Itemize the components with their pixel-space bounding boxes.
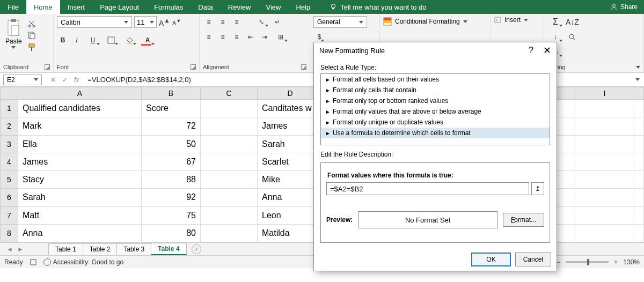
copy-icon[interactable] bbox=[27, 31, 36, 40]
row-header[interactable]: 6 bbox=[0, 189, 18, 206]
cut-icon[interactable] bbox=[27, 19, 36, 28]
zoom-level[interactable]: 130% bbox=[623, 258, 640, 266]
share-button[interactable]: Share bbox=[610, 0, 638, 14]
tab-view[interactable]: View bbox=[258, 0, 288, 14]
col-header[interactable]: I bbox=[575, 87, 634, 100]
cell[interactable] bbox=[634, 117, 644, 135]
align-bottom-icon[interactable]: ≡ bbox=[231, 16, 243, 28]
cell[interactable]: Qualified candidates bbox=[18, 100, 142, 117]
rule-type-item[interactable]: ►Format only top or bottom ranked values bbox=[321, 95, 550, 106]
cell[interactable] bbox=[201, 100, 258, 117]
row-header[interactable]: 4 bbox=[0, 153, 18, 171]
col-header[interactable] bbox=[634, 87, 644, 100]
align-right-icon[interactable]: ≡ bbox=[231, 31, 243, 43]
align-middle-icon[interactable]: ≡ bbox=[217, 16, 229, 28]
italic-button[interactable]: I bbox=[71, 34, 83, 46]
cell[interactable]: 67 bbox=[142, 153, 201, 171]
font-size-dropdown[interactable]: 11 bbox=[134, 16, 157, 28]
cell[interactable] bbox=[201, 207, 258, 225]
cell[interactable] bbox=[575, 171, 634, 189]
dialog-launcher-icon[interactable] bbox=[301, 64, 306, 70]
align-top-icon[interactable]: ≡ bbox=[203, 16, 215, 28]
autosum-button[interactable]: Σ bbox=[547, 16, 564, 28]
cell[interactable] bbox=[634, 153, 644, 171]
align-left-icon[interactable]: ≡ bbox=[203, 31, 215, 43]
cell[interactable]: 75 bbox=[142, 207, 201, 225]
merge-center-icon[interactable]: ⊞ bbox=[273, 31, 289, 43]
cell[interactable] bbox=[201, 117, 258, 135]
expand-formula-bar-icon[interactable] bbox=[635, 78, 640, 81]
cell[interactable] bbox=[575, 153, 634, 171]
cell[interactable]: Stacy bbox=[18, 171, 142, 189]
tab-data[interactable]: Data bbox=[191, 0, 220, 14]
ok-button[interactable]: OK bbox=[471, 253, 510, 266]
paste-button[interactable]: Paste bbox=[3, 16, 24, 51]
chevron-down-icon[interactable] bbox=[636, 66, 640, 69]
fill-button[interactable]: ↓ bbox=[547, 31, 564, 43]
row-header[interactable]: 5 bbox=[0, 171, 18, 189]
row-header[interactable]: 7 bbox=[0, 207, 18, 225]
dialog-launcher-icon[interactable] bbox=[191, 64, 196, 70]
fill-color-button[interactable] bbox=[121, 34, 137, 46]
rule-type-item[interactable]: ►Format only cells that contain bbox=[321, 85, 550, 95]
tell-me-search[interactable]: Tell me what you want to do bbox=[322, 0, 434, 14]
collapse-dialog-icon[interactable]: ↥ bbox=[531, 182, 544, 195]
decrease-indent-icon[interactable]: ⇤ bbox=[245, 31, 257, 43]
tab-help[interactable]: Help bbox=[288, 0, 318, 14]
row-header[interactable]: 1 bbox=[0, 100, 18, 117]
cell[interactable]: 80 bbox=[142, 225, 201, 242]
zoom-slider[interactable] bbox=[566, 261, 609, 263]
add-sheet-button[interactable]: + bbox=[192, 244, 201, 254]
next-sheet-icon[interactable]: ► bbox=[17, 246, 24, 253]
cell[interactable]: 72 bbox=[142, 117, 201, 135]
cell[interactable]: Ella bbox=[18, 136, 142, 153]
cell[interactable]: Matt bbox=[18, 207, 142, 225]
close-button[interactable]: ✕ bbox=[543, 44, 551, 56]
insert-cells-button[interactable]: + Insert bbox=[494, 16, 528, 24]
rule-type-item[interactable]: ►Format only values that are above or be… bbox=[321, 106, 550, 117]
sheet-tab[interactable]: Table 1 bbox=[48, 243, 83, 255]
cell[interactable]: 88 bbox=[142, 171, 201, 189]
prev-sheet-icon[interactable]: ◄ bbox=[6, 246, 13, 253]
cell[interactable] bbox=[634, 100, 644, 117]
cell[interactable]: Mark bbox=[18, 117, 142, 135]
cell[interactable] bbox=[634, 171, 644, 189]
rule-type-item[interactable]: ►Use a formula to determine which cells … bbox=[321, 128, 550, 138]
border-button[interactable] bbox=[103, 34, 119, 46]
accessibility-status[interactable]: Accessibility: Good to go bbox=[43, 258, 123, 266]
conditional-formatting-button[interactable]: Conditional Formatting bbox=[383, 17, 467, 26]
cell[interactable] bbox=[201, 171, 258, 189]
help-button[interactable]: ? bbox=[529, 46, 533, 55]
underline-button[interactable]: U bbox=[85, 34, 101, 46]
wrap-text-icon[interactable]: ↵ bbox=[272, 16, 283, 28]
currency-icon[interactable]: $ bbox=[313, 31, 325, 43]
sort-filter-button[interactable]: A↓Z bbox=[566, 16, 579, 28]
col-header[interactable]: C bbox=[201, 87, 258, 100]
name-box[interactable]: E2 bbox=[3, 75, 42, 85]
rule-type-item[interactable]: ►Format only unique or duplicate values bbox=[321, 117, 550, 128]
font-color-button[interactable]: A bbox=[140, 34, 156, 46]
find-select-button[interactable] bbox=[566, 31, 579, 43]
cell[interactable] bbox=[201, 225, 258, 242]
cell[interactable]: Sarah bbox=[18, 189, 142, 206]
tab-page-layout[interactable]: Page Layout bbox=[92, 0, 147, 14]
cell[interactable] bbox=[634, 136, 644, 153]
format-button[interactable]: Format... bbox=[503, 213, 544, 227]
cell[interactable] bbox=[201, 136, 258, 153]
macro-record-icon[interactable] bbox=[30, 258, 37, 266]
select-all-corner[interactable] bbox=[0, 87, 18, 100]
cell[interactable] bbox=[201, 189, 258, 206]
cell[interactable] bbox=[575, 100, 634, 117]
cell[interactable] bbox=[634, 225, 644, 242]
increase-indent-icon[interactable]: ⇥ bbox=[259, 31, 270, 43]
bold-button[interactable]: B bbox=[57, 34, 69, 46]
cell[interactable] bbox=[575, 189, 634, 206]
zoom-in-button[interactable]: + bbox=[614, 258, 618, 266]
number-format-dropdown[interactable]: General bbox=[313, 16, 367, 28]
cell[interactable] bbox=[575, 117, 634, 135]
cell[interactable]: 92 bbox=[142, 189, 201, 206]
rule-type-list[interactable]: ►Format all cells based on their values … bbox=[320, 73, 550, 145]
formula-input[interactable] bbox=[326, 182, 529, 195]
decrease-font-icon[interactable]: A▼ bbox=[172, 18, 181, 26]
tab-formulas[interactable]: Formulas bbox=[147, 0, 191, 14]
